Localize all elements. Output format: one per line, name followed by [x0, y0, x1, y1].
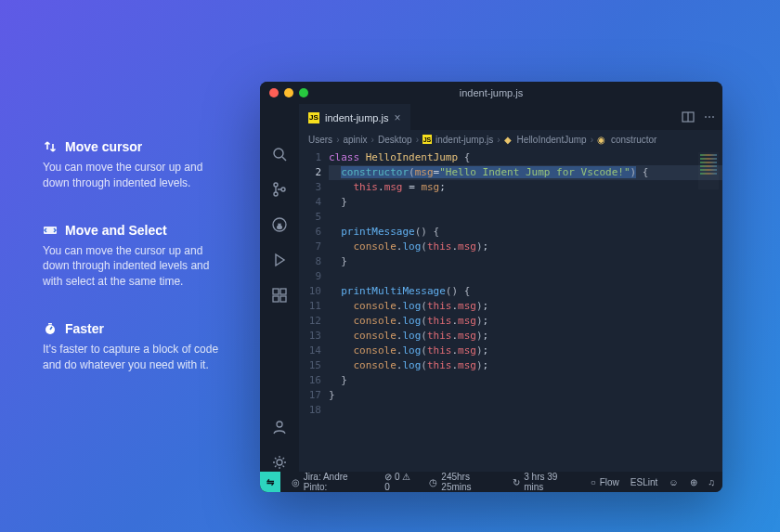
- svg-rect-12: [280, 296, 286, 302]
- status-broadcast-icon[interactable]: ⊕: [690, 477, 697, 487]
- svg-point-8: [281, 188, 285, 191]
- run-icon[interactable]: [270, 251, 289, 269]
- line-gutter: 123456789101112131415161718: [299, 149, 329, 472]
- account-icon[interactable]: [270, 418, 289, 436]
- tab-bar: JS indent-jump.js × ⋯: [260, 104, 722, 130]
- method-symbol-icon: ◉: [597, 135, 605, 145]
- svg-rect-0: [44, 227, 57, 234]
- breadcrumb-item[interactable]: apinix: [343, 135, 367, 145]
- split-editor-icon[interactable]: [682, 110, 695, 123]
- activity-bar: [260, 104, 299, 472]
- status-flow[interactable]: ○ Flow: [591, 477, 619, 487]
- breadcrumb[interactable]: Users› apinix› Desktop› JS indent-jump.j…: [260, 130, 722, 149]
- feature-desc: It's faster to capture a block of code a…: [43, 342, 228, 373]
- js-file-icon: JS: [308, 112, 319, 123]
- feature-list: Move cursor You can move the cursor up a…: [43, 139, 228, 405]
- breadcrumb-item[interactable]: Desktop: [378, 135, 412, 145]
- zoom-window-icon[interactable]: [299, 88, 308, 97]
- status-time-total[interactable]: ◷ 245hrs 25mins: [429, 472, 501, 492]
- feature-title: Faster: [65, 321, 104, 336]
- close-window-icon[interactable]: [269, 88, 279, 97]
- gear-icon[interactable]: [270, 453, 289, 472]
- github-icon[interactable]: [270, 215, 289, 234]
- close-icon[interactable]: ×: [394, 111, 400, 124]
- svg-point-7: [274, 192, 278, 196]
- code-area[interactable]: class HelloIndentJump { constructor(msg=…: [329, 149, 722, 472]
- svg-point-5: [274, 149, 283, 158]
- svg-rect-13: [280, 289, 286, 294]
- fast-icon: [43, 321, 58, 336]
- feature-move-select: Move and Select You can move the cursor …: [43, 223, 228, 290]
- history-icon: ↻: [513, 477, 520, 487]
- window-title: indent-jump.js: [260, 87, 722, 98]
- tab-label: indent-jump.js: [325, 112, 388, 123]
- status-time-session[interactable]: ↻ 3 hrs 39 mins: [513, 472, 578, 492]
- feature-faster: Faster It's faster to capture a block of…: [43, 321, 228, 373]
- remote-indicator-icon[interactable]: ⇋: [260, 472, 280, 492]
- breadcrumb-item[interactable]: indent-jump.js: [436, 135, 493, 145]
- status-bar: ⇋ ◎ Jira: Andre Pinto: ⊘ 0 ⚠ 0 ◷ 245hrs …: [260, 472, 722, 492]
- svg-point-14: [277, 422, 282, 427]
- status-problems[interactable]: ⊘ 0 ⚠ 0: [384, 472, 418, 492]
- feature-title: Move and Select: [65, 223, 167, 238]
- status-feedback-icon[interactable]: ☺: [669, 477, 678, 487]
- minimap[interactable]: [698, 152, 719, 189]
- user-icon: ◎: [292, 477, 300, 487]
- titlebar[interactable]: indent-jump.js: [260, 82, 722, 104]
- extensions-icon[interactable]: [270, 286, 289, 305]
- svg-rect-10: [273, 289, 279, 294]
- status-jira[interactable]: ◎ Jira: Andre Pinto:: [292, 472, 373, 492]
- clock-icon: ◷: [429, 477, 437, 487]
- breadcrumb-item[interactable]: HelloIndentJump: [517, 135, 587, 145]
- feature-desc: You can move the cursor up and down thro…: [43, 243, 228, 290]
- svg-rect-11: [273, 296, 279, 302]
- feature-move-cursor: Move cursor You can move the cursor up a…: [43, 139, 228, 191]
- breadcrumb-item[interactable]: constructor: [611, 135, 656, 145]
- svg-rect-2: [48, 323, 52, 325]
- search-icon[interactable]: [270, 145, 289, 163]
- source-control-icon[interactable]: [270, 180, 289, 199]
- class-symbol-icon: ◆: [504, 135, 512, 145]
- vscode-window: indent-jump.js JS indent-: [260, 82, 722, 492]
- js-file-icon: JS: [422, 135, 432, 144]
- select-icon: [43, 223, 58, 238]
- breadcrumb-item[interactable]: Users: [308, 135, 332, 145]
- feature-title: Move cursor: [65, 139, 142, 154]
- status-bell-icon[interactable]: ♫: [708, 477, 716, 487]
- tab-indent-jump[interactable]: JS indent-jump.js ×: [299, 104, 410, 130]
- arrows-up-down-icon: [43, 139, 58, 154]
- window-controls: [269, 88, 308, 97]
- svg-point-6: [274, 183, 278, 187]
- code-editor[interactable]: 123456789101112131415161718 class HelloI…: [299, 149, 722, 472]
- more-icon[interactable]: ⋯: [704, 110, 715, 123]
- circle-icon: ○: [591, 477, 596, 487]
- minimize-window-icon[interactable]: [284, 88, 293, 97]
- feature-desc: You can move the cursor up and down thro…: [43, 160, 228, 191]
- status-eslint[interactable]: ESLint: [630, 477, 657, 487]
- svg-point-15: [277, 460, 282, 465]
